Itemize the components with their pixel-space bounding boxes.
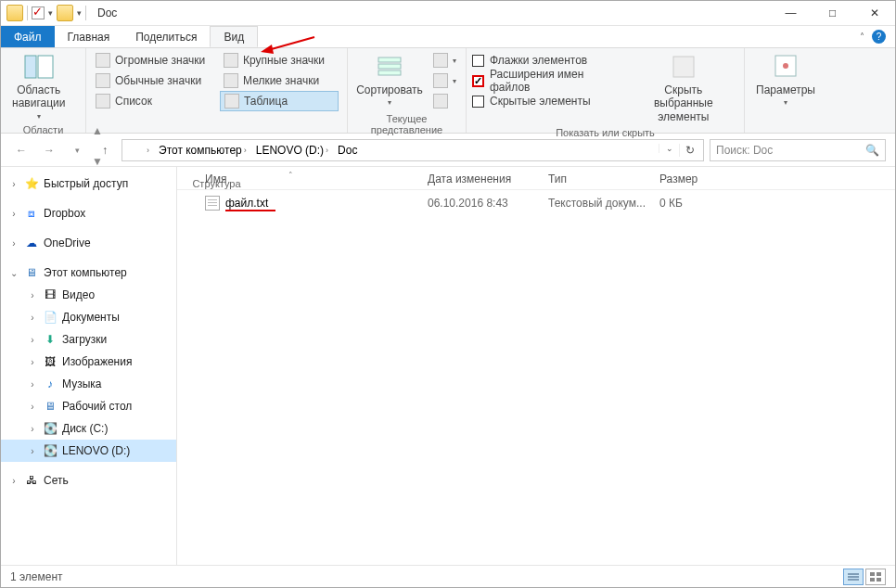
window-title: Doc [97,6,117,19]
search-icon[interactable]: 🔍 [865,144,879,157]
column-headers[interactable]: Имя˄ Дата изменения Тип Размер [177,167,895,190]
tree-dropbox[interactable]: ›⧈Dropbox [1,202,176,224]
group-label: Текущее представление [353,111,460,137]
address-dropdown-icon[interactable]: ⌄ [659,144,679,153]
svg-point-9 [783,63,788,69]
svg-rect-14 [877,572,881,576]
up-button[interactable]: ↑ [94,139,116,161]
collapse-ribbon-icon[interactable]: ˄ [860,32,864,42]
ribbon: Область навигации ▾ Области Огромные зна… [1,48,895,134]
refresh-icon[interactable]: ↻ [679,144,699,157]
layout-extralarge[interactable]: Огромные значки [92,50,216,70]
status-bar: 1 элемент [1,565,895,587]
file-list: Имя˄ Дата изменения Тип Размер файл.txt … [177,167,895,567]
forward-button: → [38,139,60,161]
back-button[interactable]: ← [10,139,32,161]
address-bar[interactable]: › Этот компьютер› LENOVO (D:)› Doc ⌄ ↻ [122,139,704,161]
qat-dropdown-icon[interactable]: ▾ [77,8,82,18]
text-file-icon [205,196,220,211]
breadcrumb-drive[interactable]: LENOVO (D:)› [252,140,332,160]
hide-selected-button: Скрыть выбранные элементы [629,50,738,125]
chevron-down-icon[interactable]: ▾ [48,8,53,18]
svg-rect-5 [378,64,401,69]
tree-disk-d[interactable]: ›💽LENOVO (D:) [1,440,176,462]
close-button[interactable]: ✕ [853,1,895,26]
size-columns-button[interactable] [429,91,460,111]
layout-list[interactable]: Список [92,91,216,111]
title-bar: ▾ ▾ Doc — □ ✕ [1,1,895,26]
tab-view[interactable]: Вид [210,26,258,47]
maximize-button[interactable]: □ [812,1,853,26]
search-input[interactable]: Поиск: Doc 🔍 [710,139,886,161]
tree-quick-access[interactable]: ›⭐Быстрый доступ [1,173,176,195]
ribbon-tabs: Файл Главная Поделиться Вид ˄ ? [1,26,895,48]
checkbox-file-extensions[interactable]: Расширения имен файлов [472,70,625,91]
breadcrumb-folder[interactable]: Doc [334,140,361,160]
sort-button[interactable]: Сортировать ▾ [353,50,426,109]
group-label: Области [6,122,80,137]
layout-details[interactable]: Таблица [220,91,339,111]
recent-dropdown[interactable]: ▾ [66,139,88,161]
breadcrumb-pc[interactable]: Этот компьютер› [155,140,250,160]
svg-rect-16 [877,578,881,582]
minimize-button[interactable]: — [770,1,812,26]
svg-rect-15 [870,578,875,582]
tab-file[interactable]: Файл [1,26,55,47]
svg-rect-6 [378,70,401,75]
groupby-button[interactable]: ▾ [429,50,460,70]
tree-pictures[interactable]: ›🖼Изображения [1,351,176,373]
annotation-underline [225,210,275,211]
svg-rect-13 [870,572,875,576]
item-count: 1 элемент [10,570,63,583]
layout-large[interactable]: Крупные значки [220,50,339,70]
help-icon[interactable]: ? [872,30,886,44]
svg-rect-2 [25,56,36,78]
tree-videos[interactable]: ›🎞Видео [1,284,176,306]
tree-desktop[interactable]: ›🖥Рабочий стол [1,395,176,417]
checkbox-hidden-items[interactable]: Скрытые элементы [472,91,625,111]
qat-properties-icon[interactable] [32,6,45,19]
tab-share[interactable]: Поделиться [122,26,210,47]
details-view-icon[interactable] [843,569,864,585]
tree-music[interactable]: ›♪Музыка [1,373,176,395]
svg-rect-3 [38,56,53,78]
tree-network[interactable]: ›🖧Сеть [1,469,176,492]
options-button[interactable]: Параметры ▾ [750,50,821,109]
quick-access-toolbar: ▾ ▾ [1,5,92,21]
thumbnails-view-icon[interactable] [865,569,886,585]
tab-home[interactable]: Главная [55,26,123,47]
file-name: файл.txt [225,197,268,210]
svg-line-0 [268,37,314,50]
tree-this-pc[interactable]: ⌄🖥Этот компьютер [1,262,176,284]
tree-onedrive[interactable]: ›☁OneDrive [1,232,176,254]
tree-disk-c[interactable]: ›💽Диск (C:) [1,417,176,440]
tree-documents[interactable]: ›📄Документы [1,306,176,328]
layout-medium[interactable]: Обычные значки [92,70,216,91]
folder-icon[interactable] [6,5,23,21]
navigation-tree: ›⭐Быстрый доступ ›⧈Dropbox ›☁OneDrive ⌄🖥… [1,167,177,567]
layout-small[interactable]: Мелкие значки [220,70,339,91]
tree-downloads[interactable]: ›⬇Загрузки [1,328,176,351]
folder-icon[interactable] [57,5,73,21]
add-columns-button[interactable]: ▾ [429,70,460,91]
scroll-up-icon[interactable]: ▲ [92,124,101,137]
svg-rect-4 [378,58,401,62]
sort-indicator-icon: ˄ [288,171,293,180]
navigation-pane-button[interactable]: Область навигации ▾ [6,50,70,122]
file-row[interactable]: файл.txt 06.10.2016 8:43 Текстовый докум… [177,190,895,216]
svg-rect-7 [673,57,694,77]
